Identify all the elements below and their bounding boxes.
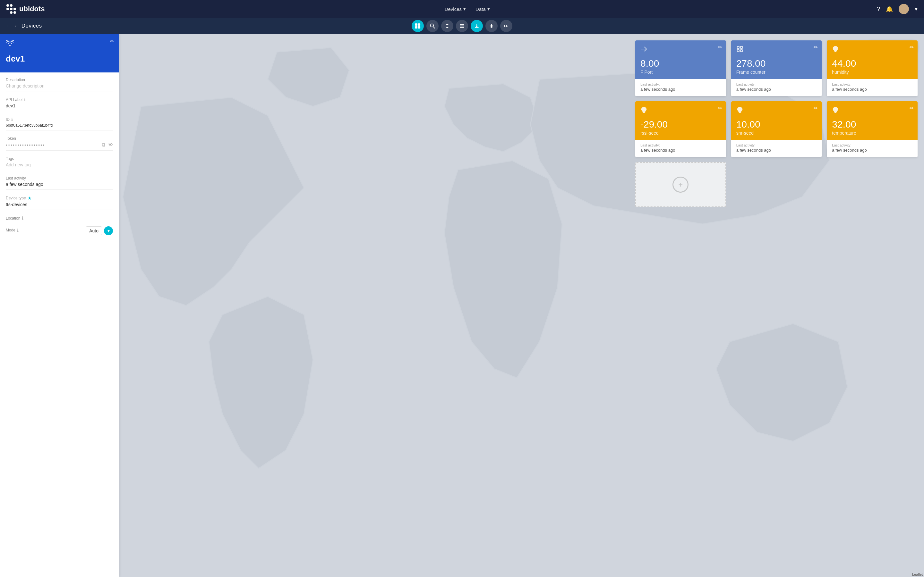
sort-button[interactable] — [441, 20, 453, 32]
last-activity-field: Last activity a few seconds ago — [6, 176, 113, 190]
description-field: Description Change description — [6, 77, 113, 91]
var-edit-frame-counter[interactable]: ✏ — [814, 44, 818, 50]
sidebar-content: Description Change description API Label… — [0, 73, 119, 246]
notification-icon[interactable]: 🔔 — [886, 5, 893, 13]
description-input[interactable]: Change description — [6, 83, 113, 91]
add-variable-inner: + — [672, 177, 688, 193]
var-edit-rssi-seed[interactable]: ✏ — [718, 105, 722, 111]
view-token-icon[interactable]: 👁 — [108, 142, 113, 148]
nav-links: Devices ▾ Data ▾ — [57, 6, 877, 12]
var-last-label-humidity: Last activity: — [832, 82, 913, 86]
mode-dropdown-button[interactable]: ▾ — [104, 226, 113, 235]
map-view-button[interactable] — [412, 20, 424, 32]
data-chevron: ▾ — [487, 6, 490, 12]
var-value-snr-seed: 10.00 — [736, 119, 817, 129]
svg-rect-15 — [737, 50, 739, 52]
devices-title: ← Devices — [14, 23, 42, 29]
var-icon-humidity — [832, 47, 839, 54]
help-icon[interactable]: ? — [877, 6, 880, 13]
download-button[interactable] — [471, 20, 483, 32]
back-arrow: ← — [6, 23, 11, 29]
var-edit-temperature[interactable]: ✏ — [909, 105, 914, 111]
nav-data[interactable]: Data ▾ — [475, 6, 490, 12]
var-last-label-fport: Last activity: — [640, 82, 721, 86]
var-icon-frame-counter — [736, 47, 743, 54]
location-label: Location ℹ — [6, 216, 113, 221]
var-icon-rssi-seed — [640, 108, 648, 115]
var-card-temperature: ✏ 32.00 temperature Last activity: a few… — [827, 101, 918, 157]
top-navigation: ubidots Devices ▾ Data ▾ ? 🔔 ▾ — [0, 0, 924, 18]
id-label: ID ℹ — [6, 117, 113, 122]
var-last-time-rssi-seed: a few seconds ago — [640, 148, 721, 153]
var-icon-fport — [640, 47, 648, 54]
var-icon-temperature — [832, 108, 839, 115]
var-card-fport: ✏ 8.00 F Port Last activity: a few secon… — [635, 40, 726, 96]
tags-input[interactable]: Add new tag — [6, 162, 113, 170]
device-type-star-icon: ★ — [27, 195, 32, 201]
var-last-label-frame-counter: Last activity: — [736, 82, 817, 86]
var-card-frame-counter: ✏ 278.00 Frame counter Last activity: a … — [731, 40, 822, 96]
logo-icon — [6, 4, 16, 14]
nav-right: ? 🔔 ▾ — [877, 4, 918, 14]
var-card-body-humidity: Last activity: a few seconds ago — [827, 79, 918, 96]
copy-token-icon[interactable]: ⧉ — [102, 142, 105, 148]
var-card-body-temperature: Last activity: a few seconds ago — [827, 140, 918, 157]
svg-point-1 — [901, 11, 907, 14]
var-last-label-snr-seed: Last activity: — [736, 143, 817, 147]
id-info-icon: ℹ — [11, 117, 13, 122]
svg-point-0 — [902, 6, 906, 10]
svg-rect-14 — [740, 47, 742, 48]
add-variable-card[interactable]: + — [635, 162, 726, 207]
svg-rect-9 — [460, 26, 464, 26]
key-button[interactable] — [500, 20, 512, 32]
var-last-time-frame-counter: a few seconds ago — [736, 87, 817, 92]
device-name: dev1 — [6, 54, 113, 64]
var-card-header-temperature: ✏ 32.00 temperature — [827, 101, 918, 140]
back-button[interactable]: ← ← Devices — [6, 23, 42, 29]
logo-text: ubidots — [19, 5, 45, 13]
svg-rect-2 — [415, 23, 417, 26]
nav-devices[interactable]: Devices ▾ — [445, 6, 466, 12]
var-last-time-humidity: a few seconds ago — [832, 87, 913, 92]
var-card-body-frame-counter: Last activity: a few seconds ago — [731, 79, 822, 96]
logo[interactable]: ubidots — [6, 4, 45, 14]
device-type-field: Device type ★ tts-devices — [6, 195, 113, 210]
search-button[interactable] — [426, 20, 439, 32]
wifi-icon — [6, 40, 14, 48]
list-view-button[interactable] — [456, 20, 468, 32]
var-edit-snr-seed[interactable]: ✏ — [814, 105, 818, 111]
var-edit-humidity[interactable]: ✏ — [909, 44, 914, 50]
main-layout: ✏ dev1 Description Change description AP… — [0, 34, 924, 577]
var-name-humidity: humidity — [832, 69, 913, 75]
svg-line-7 — [433, 27, 435, 28]
avatar-chevron[interactable]: ▾ — [915, 5, 918, 13]
svg-rect-13 — [737, 47, 739, 48]
var-name-rssi-seed: rssi-seed — [640, 131, 721, 135]
var-card-header-rssi-seed: ✏ -29.00 rssi-seed — [635, 101, 726, 140]
var-last-label-rssi-seed: Last activity: — [640, 143, 721, 147]
var-card-body-fport: Last activity: a few seconds ago — [635, 79, 726, 96]
device-header-card: ✏ dev1 — [0, 34, 119, 73]
api-label-info-icon: ℹ — [24, 97, 26, 102]
toolbar — [412, 20, 512, 32]
var-last-time-temperature: a few seconds ago — [832, 148, 913, 153]
avatar[interactable] — [899, 4, 909, 14]
mode-select: Auto ▾ — [86, 226, 113, 235]
var-name-frame-counter: Frame counter — [736, 69, 817, 75]
location-info-icon: ℹ — [22, 216, 23, 221]
device-type-value: tts-devices — [6, 202, 113, 210]
device-edit-icon[interactable]: ✏ — [110, 39, 114, 45]
var-icon-snr-seed — [736, 108, 743, 115]
token-label: Token — [6, 136, 113, 141]
var-card-rssi-seed: ✏ -29.00 rssi-seed Last activity: a few … — [635, 101, 726, 157]
svg-rect-4 — [415, 26, 417, 29]
var-name-temperature: temperature — [832, 131, 913, 135]
var-value-humidity: 44.00 — [832, 59, 913, 68]
token-row: •••••••••••••••••••••• ⧉ 👁 — [6, 142, 113, 148]
svg-rect-3 — [418, 23, 420, 26]
var-name-snr-seed: snr-seed — [736, 131, 817, 135]
api-label-label: API Label ℹ — [6, 97, 113, 102]
delete-button[interactable] — [485, 20, 498, 32]
tags-label: Tags — [6, 156, 113, 161]
var-edit-fport[interactable]: ✏ — [718, 44, 722, 50]
